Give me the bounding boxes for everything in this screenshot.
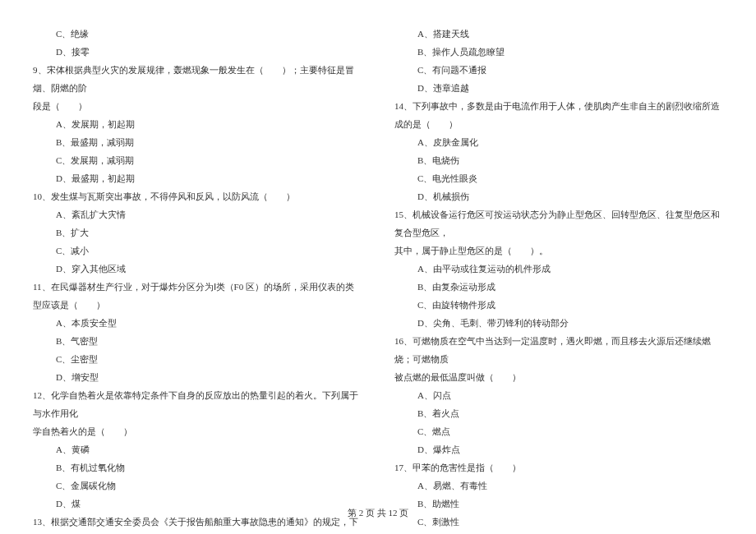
q15-option-b: B、由复杂运动形成 xyxy=(394,278,723,296)
q13-option-a: A、搭建天线 xyxy=(394,25,723,43)
q17-option-a: A、易燃、有毒性 xyxy=(394,476,723,495)
q11-stem: 11、在民爆器材生产行业，对于爆炸分区分为Ⅰ类（F0 区）的场所，采用仪表的类型… xyxy=(33,278,362,314)
q10-stem: 10、发生煤与瓦斯突出事故，不得停风和反风，以防风流（ ） xyxy=(33,187,362,205)
q13-option-b: B、操作人员疏忽瞭望 xyxy=(394,43,723,61)
q12-stem-cont: 学自热着火的是（ ） xyxy=(33,422,362,440)
q10-option-c: C、减小 xyxy=(33,242,362,260)
exam-page: C、绝缘 D、接零 9、宋体根据典型火灾的发展规律，轰燃现象一般发生在（ ）；主… xyxy=(0,0,756,534)
q12-option-a: A、黄磷 xyxy=(33,440,362,458)
q9-option-d: D、最盛期，初起期 xyxy=(33,169,362,187)
q8-option-d: D、接零 xyxy=(33,43,362,61)
q11-option-c: C、尘密型 xyxy=(33,350,362,368)
q9-stem-cont: 段是（ ） xyxy=(33,97,362,115)
page-footer: 第 2 页 共 12 页 xyxy=(0,507,756,519)
q14-option-d: D、机械损伤 xyxy=(394,187,723,205)
left-column: C、绝缘 D、接零 9、宋体根据典型火灾的发展规律，轰燃现象一般发生在（ ）；主… xyxy=(33,25,362,534)
q16-option-a: A、闪点 xyxy=(394,386,723,404)
q9-option-b: B、最盛期，减弱期 xyxy=(33,133,362,151)
q13-option-c: C、有问题不通报 xyxy=(394,61,723,79)
q8-option-c: C、绝缘 xyxy=(33,25,362,43)
q14-option-c: C、电光性眼炎 xyxy=(394,169,723,187)
q14-option-b: B、电烧伤 xyxy=(394,151,723,169)
q12-stem: 12、化学自热着火是依靠特定条件下自身的反应放出的热量引起的着火。下列属于与水作… xyxy=(33,386,362,422)
q13-option-d: D、违章追越 xyxy=(394,79,723,97)
q16-stem: 16、可燃物质在空气中当达到一定温度时，遇火即燃，而且移去火源后还继续燃烧；可燃… xyxy=(394,332,723,368)
q11-option-d: D、增安型 xyxy=(33,368,362,386)
q9-stem: 9、宋体根据典型火灾的发展规律，轰燃现象一般发生在（ ）；主要特征是冒烟、阴燃的… xyxy=(33,61,362,97)
q15-option-c: C、由旋转物件形成 xyxy=(394,296,723,314)
q14-option-a: A、皮肤金属化 xyxy=(394,133,723,151)
q16-stem-cont: 被点燃的最低温度叫做（ ） xyxy=(394,368,723,386)
q14-stem: 14、下列事故中，多数是由于电流作用于人体，使肌肉产生非自主的剧烈收缩所造成的是… xyxy=(394,97,723,133)
q9-option-a: A、发展期，初起期 xyxy=(33,115,362,133)
q15-stem: 15、机械设备运行危区可按运动状态分为静止型危区、回转型危区、往复型危区和复合型… xyxy=(394,205,723,242)
q9-option-c: C、发展期，减弱期 xyxy=(33,151,362,169)
q16-option-b: B、着火点 xyxy=(394,404,723,422)
q12-option-c: C、金属碳化物 xyxy=(33,476,362,495)
q10-option-a: A、紊乱扩大灾情 xyxy=(33,205,362,223)
q10-option-d: D、穿入其他区域 xyxy=(33,260,362,278)
q11-option-b: B、气密型 xyxy=(33,332,362,350)
right-column: A、搭建天线 B、操作人员疏忽瞭望 C、有问题不通报 D、违章追越 14、下列事… xyxy=(394,25,723,534)
q10-option-b: B、扩大 xyxy=(33,223,362,242)
q12-option-b: B、有机过氧化物 xyxy=(33,458,362,476)
q15-option-a: A、由平动或往复运动的机件形成 xyxy=(394,260,723,278)
q15-stem-cont: 其中，属于静止型危区的是（ ）。 xyxy=(394,242,723,260)
q15-option-d: D、尖角、毛刺、带刃锋利的转动部分 xyxy=(394,314,723,332)
q16-option-d: D、爆炸点 xyxy=(394,440,723,458)
q16-option-c: C、燃点 xyxy=(394,422,723,440)
q17-stem: 17、甲苯的危害性是指（ ） xyxy=(394,458,723,476)
q11-option-a: A、本质安全型 xyxy=(33,314,362,332)
q18-stem: 18、营业性危险货物运输必须使用交通部统一规定的运输单证和票据，并加《 （ ） … xyxy=(394,531,723,534)
